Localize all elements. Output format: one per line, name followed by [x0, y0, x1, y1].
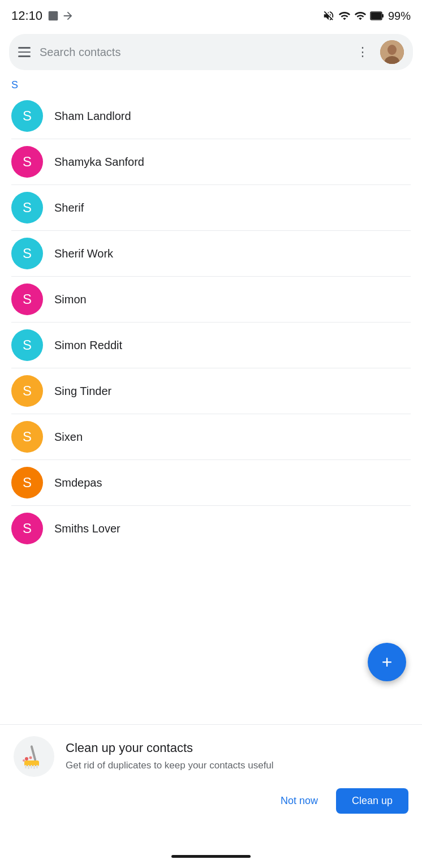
- forward-icon: [62, 10, 74, 22]
- contact-name: Sherif Work: [54, 247, 113, 260]
- contact-name: Sherif: [54, 201, 84, 214]
- contact-avatar: S: [11, 192, 43, 224]
- contact-name: Simon Reddit: [54, 339, 122, 352]
- add-contact-fab[interactable]: +: [368, 643, 406, 681]
- svg-point-13: [25, 757, 28, 760]
- status-bar: 12:10 99%: [0, 0, 422, 29]
- contact-item[interactable]: SShamyka Sanford: [0, 139, 422, 184]
- contact-name: Sixen: [54, 431, 83, 444]
- search-placeholder: Search contacts: [40, 46, 345, 59]
- svg-rect-11: [33, 765, 35, 769]
- contact-avatar: S: [11, 238, 43, 269]
- signal-icon: [354, 10, 367, 22]
- banner-actions: Not now Clean up: [14, 788, 408, 814]
- section-letter-s: S: [0, 77, 422, 93]
- avatar-inner: [380, 40, 404, 64]
- contact-item[interactable]: SSham Landlord: [0, 93, 422, 139]
- not-now-button[interactable]: Not now: [272, 789, 327, 813]
- broom-illustration: [20, 742, 48, 771]
- contact-item[interactable]: SSmdepas: [0, 460, 422, 505]
- status-left: 12:10: [11, 8, 74, 23]
- home-indicator: [171, 855, 251, 858]
- contact-name: Sing Tinder: [54, 385, 111, 398]
- add-icon: +: [382, 653, 393, 671]
- contact-item[interactable]: SSixen: [0, 414, 422, 459]
- wifi-icon: [338, 10, 351, 22]
- photo-icon: [47, 10, 59, 22]
- contact-name: Shamyka Sanford: [54, 156, 144, 169]
- search-bar[interactable]: Search contacts ⋮: [9, 34, 413, 70]
- contact-item[interactable]: SSimon Reddit: [0, 323, 422, 368]
- more-options-icon[interactable]: ⋮: [354, 42, 371, 62]
- svg-rect-12: [36, 765, 38, 768]
- contact-item[interactable]: SSherif: [0, 185, 422, 230]
- hamburger-menu-icon[interactable]: [18, 47, 31, 57]
- svg-rect-10: [31, 765, 32, 768]
- svg-point-14: [29, 757, 32, 759]
- mute-icon: [322, 10, 335, 22]
- contact-item[interactable]: SSmiths Lover: [0, 506, 422, 551]
- user-avatar[interactable]: [380, 40, 404, 64]
- contact-item[interactable]: SSherif Work: [0, 231, 422, 276]
- contact-name: Smdepas: [54, 476, 102, 489]
- status-time: 12:10: [11, 8, 42, 23]
- battery-percent: 99%: [388, 10, 411, 23]
- broom-icon-container: [14, 736, 54, 777]
- contact-name: Smiths Lover: [54, 522, 120, 535]
- contact-name: Simon: [54, 293, 87, 306]
- cleanup-button[interactable]: Clean up: [336, 788, 408, 814]
- avatar-image: [380, 40, 404, 64]
- svg-rect-2: [382, 14, 384, 18]
- contact-avatar: S: [11, 283, 43, 315]
- contacts-list: SSham LandlordSShamyka SanfordSSherifSSh…: [0, 93, 422, 551]
- contact-avatar: S: [11, 100, 43, 132]
- contact-name: Sham Landlord: [54, 110, 131, 123]
- svg-rect-8: [25, 765, 27, 768]
- banner-text-container: Clean up your contacts Get rid of duplic…: [66, 741, 408, 772]
- contact-avatar: S: [11, 375, 43, 407]
- contact-avatar: S: [11, 513, 43, 544]
- contact-item[interactable]: SSimon: [0, 277, 422, 322]
- svg-point-15: [23, 759, 25, 762]
- svg-rect-9: [28, 765, 29, 769]
- status-icons-left: [47, 10, 74, 22]
- status-right: 99%: [322, 10, 411, 23]
- contact-avatar: S: [11, 467, 43, 499]
- cleanup-banner: Clean up your contacts Get rid of duplic…: [0, 724, 422, 823]
- svg-point-4: [387, 45, 397, 55]
- banner-content: Clean up your contacts Get rid of duplic…: [14, 736, 408, 777]
- contact-item[interactable]: SSing Tinder: [0, 368, 422, 414]
- banner-subtitle: Get rid of duplicates to keep your conta…: [66, 759, 408, 772]
- contact-avatar: S: [11, 146, 43, 178]
- banner-title: Clean up your contacts: [66, 741, 408, 755]
- contact-avatar: S: [11, 421, 43, 453]
- svg-rect-1: [371, 12, 381, 19]
- contact-avatar: S: [11, 329, 43, 361]
- battery-icon: [370, 10, 385, 22]
